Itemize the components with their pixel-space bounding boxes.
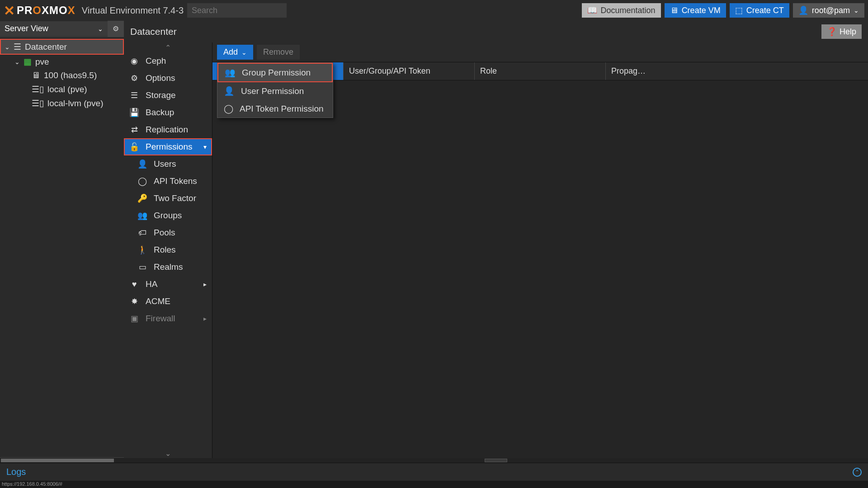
cert-icon: ✸ xyxy=(129,296,139,306)
status-bar: https://192.168.0.45:8006/# xyxy=(0,481,868,488)
group-icon: 👥 xyxy=(137,211,147,221)
dropdown-api-token-permission[interactable]: ◯ API Token Permission xyxy=(217,100,333,117)
collapse-grip-icon xyxy=(485,459,507,462)
nav-options[interactable]: ⚙Options xyxy=(124,70,212,87)
view-selector[interactable]: Server View ⌄ xyxy=(0,21,108,36)
tree-item-datacenter[interactable]: ⌄ ☰ Datacenter xyxy=(0,39,124,55)
chevron-down-icon: ⌄ xyxy=(165,449,171,458)
tree-item-node[interactable]: ⌄ ▦ pve xyxy=(0,55,124,69)
main-panel: Add ⌄ Remove Path User/Group/API Token R… xyxy=(212,42,868,458)
nav-backup[interactable]: 💾Backup xyxy=(124,104,212,121)
column-role[interactable]: Role xyxy=(475,62,606,80)
nav-two-factor[interactable]: 🔑Two Factor xyxy=(124,190,212,207)
chevron-down-icon: ⌄ xyxy=(14,58,20,66)
database-icon: ☰ xyxy=(129,90,139,100)
left-panel: Server View ⌄ ⚙ ⌄ ☰ Datacenter ⌄ ▦ pve 🖥… xyxy=(0,21,124,463)
chevron-down-icon: ⌄ xyxy=(241,49,247,56)
create-ct-button[interactable]: ⬚ Create CT xyxy=(730,3,789,18)
nav-realms[interactable]: ▭Realms xyxy=(124,258,212,276)
nav-api-tokens[interactable]: ◯API Tokens xyxy=(124,173,212,190)
horizontal-scrollbar[interactable] xyxy=(0,457,124,463)
dropdown-group-permission[interactable]: 👥 Group Permission xyxy=(217,63,333,82)
chevron-down-icon: ⌄ xyxy=(854,7,859,14)
nav-roles[interactable]: 🚶Roles xyxy=(124,241,212,258)
person-icon: 🚶 xyxy=(137,245,147,255)
logs-panel[interactable]: Logs ⌃ xyxy=(0,463,868,481)
create-vm-button[interactable]: 🖥 Create VM xyxy=(665,3,726,18)
ceph-icon: ◉ xyxy=(129,56,139,66)
logs-title: Logs xyxy=(6,467,26,477)
chevron-down-icon: ▾ xyxy=(203,143,207,150)
chevron-right-icon: ▸ xyxy=(203,281,207,288)
nav-items: ◉Ceph ⚙Options ☰Storage 💾Backup ⇄Replica… xyxy=(124,52,212,448)
left-panel-header: Server View ⌄ ⚙ xyxy=(0,21,124,37)
remove-button[interactable]: Remove xyxy=(257,45,300,60)
nav-ceph[interactable]: ◉Ceph xyxy=(124,52,212,70)
nav-firewall[interactable]: ▣Firewall▸ xyxy=(124,310,212,327)
right-area: Datacenter ❓ Help ⌃ ◉Ceph ⚙Options ☰Stor… xyxy=(124,21,868,463)
nav-panel: ⌃ ◉Ceph ⚙Options ☰Storage 💾Backup ⇄Repli… xyxy=(124,42,212,458)
nav-storage[interactable]: ☰Storage xyxy=(124,87,212,104)
key-icon: 🔑 xyxy=(137,193,147,203)
nav-users[interactable]: 👤Users xyxy=(124,155,212,173)
cube-icon: ⬚ xyxy=(735,5,743,15)
logo-text: PROXMOX xyxy=(17,4,75,17)
tree-item-storage-lvm[interactable]: ☰▯ local-lvm (pve) xyxy=(0,96,124,110)
tree-item-vm[interactable]: 🖥 100 (haos9.5) xyxy=(0,69,124,82)
logs-toggle-button[interactable]: ⌃ xyxy=(853,468,862,477)
group-icon: 👥 xyxy=(225,67,236,78)
nav-permissions[interactable]: 🔓Permissions▾ xyxy=(124,138,212,155)
search-input[interactable] xyxy=(187,3,287,18)
logo-icon: ✕ xyxy=(4,3,15,19)
nav-scroll-up[interactable]: ⌃ xyxy=(124,42,212,52)
documentation-button[interactable]: 📖 Documentation xyxy=(582,3,661,18)
status-url: https://192.168.0.45:8006/# xyxy=(2,481,62,487)
nav-replication[interactable]: ⇄Replication xyxy=(124,121,212,138)
id-icon: ▭ xyxy=(137,262,147,272)
add-button[interactable]: Add ⌄ xyxy=(217,45,253,60)
help-button[interactable]: ❓ Help xyxy=(821,24,862,39)
breadcrumb-bar: Datacenter ❓ Help xyxy=(124,21,868,42)
toolbar: Add ⌄ Remove xyxy=(212,42,868,62)
shield-icon: ▣ xyxy=(129,314,139,324)
add-dropdown-menu: 👥 Group Permission 👤 User Permission ◯ A… xyxy=(217,62,333,118)
nav-pools[interactable]: 🏷Pools xyxy=(124,224,212,241)
chevron-up-icon: ⌃ xyxy=(165,43,171,52)
gear-icon: ⚙ xyxy=(129,73,139,83)
column-user[interactable]: User/Group/API Token xyxy=(344,62,475,80)
database-icon: ☰▯ xyxy=(32,84,44,94)
logo: ✕ PROXMOX xyxy=(4,3,75,19)
save-icon: 💾 xyxy=(129,108,139,117)
resource-tree: ⌄ ☰ Datacenter ⌄ ▦ pve 🖥 100 (haos9.5) ☰… xyxy=(0,37,124,457)
chevron-up-icon: ⌃ xyxy=(855,469,859,475)
sync-icon: ⇄ xyxy=(129,125,139,135)
tag-icon: 🏷 xyxy=(137,228,147,238)
content-area: ⌃ ◉Ceph ⚙Options ☰Storage 💾Backup ⇄Repli… xyxy=(124,42,868,458)
chevron-down-icon: ⌄ xyxy=(98,25,103,33)
node-icon: ▦ xyxy=(24,56,32,67)
scrollbar-thumb[interactable] xyxy=(1,459,114,462)
user-outline-icon: ◯ xyxy=(137,176,147,186)
dropdown-user-permission[interactable]: 👤 User Permission xyxy=(217,82,333,100)
book-icon: 📖 xyxy=(587,5,597,15)
unlock-icon: 🔓 xyxy=(129,142,139,152)
nav-groups[interactable]: 👥Groups xyxy=(124,207,212,224)
settings-button[interactable]: ⚙ xyxy=(108,21,124,37)
database-icon: ☰▯ xyxy=(32,98,44,108)
version-text: Virtual Environment 7.4-3 xyxy=(82,5,184,16)
user-icon: 👤 xyxy=(798,5,808,15)
user-icon: 👤 xyxy=(224,86,235,96)
app-header: ✕ PROXMOX Virtual Environment 7.4-3 📖 Do… xyxy=(0,0,868,21)
nav-acme[interactable]: ✸ACME xyxy=(124,293,212,310)
nav-ha[interactable]: ♥HA▸ xyxy=(124,276,212,293)
chevron-right-icon: ▸ xyxy=(203,315,207,322)
user-outline-icon: ◯ xyxy=(224,103,233,114)
monitor-icon: 🖥 xyxy=(670,6,678,15)
user-menu-button[interactable]: 👤 root@pam ⌄ xyxy=(793,3,864,18)
panel-collapse-handle[interactable] xyxy=(124,458,868,463)
monitor-icon: 🖥 xyxy=(32,70,40,80)
tree-item-storage-local[interactable]: ☰▯ local (pve) xyxy=(0,82,124,96)
nav-scroll-down[interactable]: ⌄ xyxy=(124,448,212,458)
gear-icon: ⚙ xyxy=(113,24,119,33)
column-propagate[interactable]: Propag… xyxy=(606,62,868,80)
